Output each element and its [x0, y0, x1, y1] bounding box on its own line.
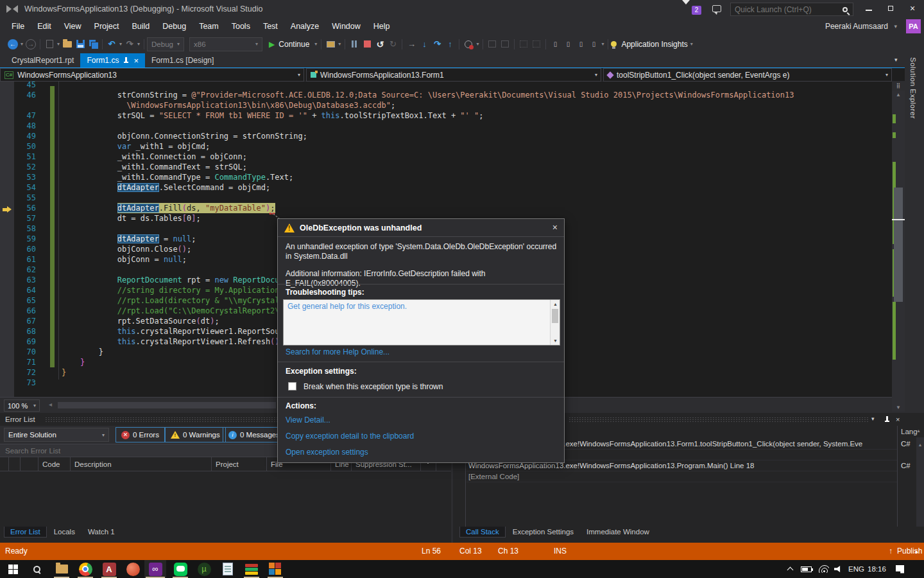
undo-button[interactable]: ↶ — [105, 37, 118, 51]
wifi-icon[interactable] — [819, 560, 829, 578]
editor-vertical-scrollbar[interactable]: ⣿ ▲ ▼ — [892, 82, 905, 412]
pin-icon[interactable] — [123, 57, 129, 64]
column-header[interactable]: Description — [71, 457, 212, 471]
hscrollbar-thumb[interactable] — [58, 402, 276, 408]
scrollbar-thumb[interactable] — [894, 188, 903, 302]
undo-dropdown-icon[interactable]: ▾ — [118, 41, 123, 47]
tray-clock[interactable]: 18:16 — [868, 560, 886, 578]
attach-dropdown-icon[interactable]: ▾ — [337, 41, 342, 47]
hscroll-left-icon[interactable]: ◂ — [49, 401, 52, 408]
configuration-dropdown[interactable]: Debug▾ — [147, 37, 184, 51]
close-window-button[interactable]: × — [903, 0, 921, 17]
menu-item-file[interactable]: File — [5, 18, 31, 35]
menu-item-test[interactable]: Test — [257, 18, 284, 35]
splitter-handle-icon[interactable]: ⣿ — [892, 82, 905, 91]
avatar[interactable]: PA — [906, 19, 921, 33]
panel-tab-immediate-window[interactable]: Immediate Window — [581, 527, 655, 537]
scope-dropdown[interactable]: Entire Solution▾ — [4, 428, 109, 442]
dialog-close-icon[interactable]: × — [552, 222, 558, 232]
search-help-online-link[interactable]: Search for more Help Online... — [286, 347, 389, 356]
code-line[interactable]: 50var _with1 = objCmd; — [0, 141, 892, 152]
restart-button[interactable]: ↺ — [373, 37, 386, 51]
menu-item-tools[interactable]: Tools — [225, 18, 257, 35]
messages-filter-button[interactable]: i0 Messages — [223, 427, 286, 442]
battery-icon[interactable] — [801, 560, 812, 578]
breakpoints-dropdown-icon[interactable]: ▾ — [475, 41, 480, 47]
code-line[interactable]: \WindowsFormsApplication13\bin\x86\Debug… — [0, 100, 892, 110]
menu-item-build[interactable]: Build — [125, 18, 156, 35]
start-button[interactable] — [5, 562, 21, 576]
panel-tab-locals[interactable]: Locals — [48, 527, 81, 537]
action-link-1[interactable]: View Detail... — [286, 416, 330, 425]
code-line[interactable]: 47strSQL = "SELECT * FROM tb1 WHERE ID =… — [0, 110, 892, 121]
volume-icon[interactable] — [834, 560, 843, 578]
user-name[interactable]: Peeraki Aumsaard — [825, 18, 888, 35]
visual-studio-button[interactable]: ∞ — [148, 562, 163, 576]
access-button[interactable]: A — [101, 562, 117, 576]
save-button[interactable] — [74, 37, 87, 51]
project-dropdown[interactable]: C# WindowsFormsApplication13 ▾ — [0, 68, 304, 82]
minimize-button[interactable] — [860, 0, 878, 17]
application-insights-button[interactable]: Application Insights ▾ — [611, 37, 694, 51]
tips-scroll-up-icon[interactable]: ▴ — [551, 301, 560, 307]
notification-badge[interactable]: 2 — [692, 6, 701, 15]
new-file-button[interactable] — [43, 37, 56, 51]
back-dropdown-icon[interactable]: ▾ — [19, 41, 24, 47]
break-all-button[interactable] — [348, 37, 361, 51]
code-line[interactable]: 56dtAdapter.Fill(ds, "myDataTable"); — [0, 203, 892, 213]
code-line[interactable]: 55 — [0, 193, 892, 203]
show-next-statement-button[interactable]: → — [405, 37, 418, 51]
break-when-thrown-checkbox[interactable] — [288, 382, 296, 390]
attach-process-button[interactable] — [324, 37, 337, 51]
new-file-dropdown-icon[interactable]: ▾ — [56, 41, 61, 47]
panel-tab-call-stack[interactable]: Call Stack — [459, 527, 506, 538]
scroll-up-icon[interactable]: ▲ — [892, 92, 905, 98]
file-explorer-button[interactable] — [54, 562, 69, 576]
solution-explorer-tab[interactable]: Solution Explorer — [909, 57, 917, 119]
panel-tab-error-list[interactable]: Error List — [4, 527, 47, 538]
tray-language[interactable]: ENG — [848, 560, 864, 578]
column-header[interactable]: Project — [212, 457, 267, 471]
warnings-filter-button[interactable]: 0 Warnings — [165, 427, 226, 442]
code-line[interactable]: 49objConn.ConnectionString = strConnStri… — [0, 131, 892, 141]
code-line[interactable]: 45 — [0, 82, 892, 90]
stop-debugging-button[interactable] — [361, 37, 373, 51]
action-link-3[interactable]: Open exception settings — [286, 448, 368, 457]
exception-dialog-header[interactable]: OleDbException was unhandled × — [278, 219, 564, 237]
lang-column-header[interactable]: Lang — [901, 426, 918, 437]
tips-scrollbar[interactable]: ▴ ▾ — [550, 300, 560, 345]
tab-list-dropdown-icon[interactable]: ▾ — [894, 57, 898, 63]
next-bookmark-button[interactable]: ▯ — [574, 37, 587, 51]
notifications-filter-icon[interactable] — [681, 4, 690, 13]
scroll-down-icon[interactable]: ▼ — [892, 405, 905, 410]
redo-dropdown-icon[interactable]: ▾ — [136, 41, 141, 47]
open-file-button[interactable] — [61, 37, 74, 51]
navigate-back-button[interactable]: ← — [6, 37, 19, 51]
error-list-panel-title[interactable]: Error List — [5, 413, 35, 426]
app-tiles-button[interactable] — [268, 562, 283, 576]
doc-tab[interactable]: Form1.cs [Design] — [145, 53, 220, 68]
errors-filter-button[interactable]: ✕0 Errors — [116, 427, 165, 442]
menu-item-help[interactable]: Help — [367, 18, 397, 35]
menu-item-team[interactable]: Team — [193, 18, 225, 35]
code-line[interactable]: 52_with1.CommandText = strSQL; — [0, 162, 892, 172]
restore-button[interactable] — [882, 0, 900, 17]
close-tab-icon[interactable]: × — [133, 53, 139, 68]
menu-item-debug[interactable]: Debug — [156, 18, 193, 35]
user-caret-icon[interactable]: ▾ — [894, 18, 897, 35]
step-out-button[interactable]: ↑ — [443, 37, 456, 51]
member-dropdown[interactable]: toolStripButton1_Click(object sender, Ev… — [603, 68, 892, 82]
taskbar-search-button[interactable] — [29, 562, 44, 576]
tips-scroll-down-icon[interactable]: ▾ — [551, 338, 560, 344]
code-line[interactable]: 54dtAdapter.SelectCommand = objCmd; — [0, 182, 892, 193]
panel-tab-watch-1[interactable]: Watch 1 — [82, 527, 121, 537]
navigate-forward-button[interactable]: → — [24, 37, 37, 51]
action-link-2[interactable]: Copy exception detail to the clipboard — [286, 432, 414, 441]
menu-item-edit[interactable]: Edit — [31, 18, 58, 35]
doc-tab[interactable]: CrystalReport1.rpt — [5, 53, 80, 68]
call-stack-frame[interactable]: [External Code] — [466, 471, 897, 482]
doc-tab[interactable]: Form1.cs× — [80, 53, 145, 68]
general-help-link[interactable]: Get general help for this exception. — [287, 302, 407, 311]
menu-item-project[interactable]: Project — [88, 18, 126, 35]
tips-scroll-thumb[interactable] — [552, 309, 558, 323]
